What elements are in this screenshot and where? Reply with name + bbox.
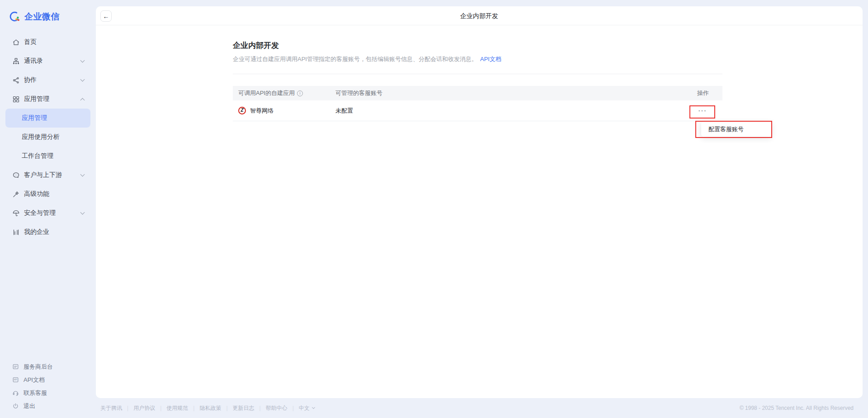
power-icon: [12, 403, 19, 409]
divider: [233, 74, 722, 74]
headset-icon: [12, 390, 19, 396]
bar-chart-icon: [12, 228, 20, 236]
api-doc-icon: API: [12, 376, 19, 383]
apps-grid-icon: [12, 95, 20, 103]
footer-link-user-agreement[interactable]: 用户协议: [133, 404, 155, 412]
footer-separator: |: [193, 405, 194, 411]
brand-name: 企业微信: [24, 11, 60, 23]
brand: 企业微信: [9, 10, 60, 23]
sidebar-nav: 首页 通讯录 协作: [0, 33, 96, 242]
umbrella-icon: [12, 209, 20, 217]
sidebar-item-api-docs[interactable]: API API文档: [0, 373, 96, 386]
sidebar-item-customers[interactable]: 客户与上下游: [5, 166, 90, 185]
wework-logo-icon: [9, 10, 21, 23]
chevron-down-icon: [80, 58, 85, 63]
sidebar-item-advanced-features[interactable]: 高级功能: [5, 185, 90, 204]
chevron-down-icon: [312, 406, 315, 409]
collaboration-icon: [12, 76, 20, 84]
sidebar-item-home[interactable]: 首页: [5, 33, 90, 52]
page-description: 企业可通过自建应用调用API管理指定的客服账号，包括编辑账号信息、分配会话和收发…: [233, 55, 863, 63]
sidebar-item-label: 服务商后台: [24, 363, 53, 371]
info-icon: i: [297, 90, 303, 96]
dropdown-item-configure-kf-account[interactable]: 配置客服账号: [708, 125, 744, 133]
footer-separator: |: [226, 405, 227, 411]
chevron-down-icon: [80, 77, 85, 82]
sidebar-item-my-company[interactable]: 我的企业: [5, 223, 90, 242]
footer-separator: |: [259, 405, 261, 411]
sidebar-item-label: 联系客服: [24, 389, 47, 397]
footer-separator: |: [160, 405, 161, 411]
app-logo-icon: Z: [238, 107, 246, 114]
sidebar-item-label: API文档: [24, 376, 45, 384]
description-text: 企业可通过自建应用调用API管理指定的客服账号，包括编辑账号信息、分配会话和收发…: [233, 56, 477, 62]
page-footer: 关于腾讯 | 用户协议 | 使用规范 | 隐私政策 | 更新日志 | 帮助中心 …: [96, 398, 868, 418]
sidebar-item-label: 应用使用分析: [22, 133, 84, 141]
contacts-icon: [12, 57, 20, 65]
page-content: 企业内部开发 企业可通过自建应用调用API管理指定的客服账号，包括编辑账号信息、…: [96, 40, 863, 121]
main-panel: ← 企业内部开发 企业内部开发 企业可通过自建应用调用API管理指定的客服账号，…: [96, 6, 863, 398]
back-button[interactable]: ←: [100, 10, 112, 22]
sidebar-item-app-management[interactable]: 应用管理: [5, 90, 90, 109]
back-arrow-icon: ←: [103, 13, 109, 20]
copyright-text: © 1998 - 2025 Tencent Inc. All Rights Re…: [740, 405, 854, 411]
footer-separator: |: [127, 405, 128, 411]
table-header-row: 可调用API的自建应用 i 可管理的客服账号 操作: [233, 86, 722, 100]
sidebar-item-label: 首页: [24, 38, 84, 46]
footer-link-help-center[interactable]: 帮助中心: [266, 404, 288, 412]
sidebar-subitem-app-usage-analysis[interactable]: 应用使用分析: [5, 128, 90, 147]
sidebar-subitem-workbench-management[interactable]: 工作台管理: [5, 147, 90, 166]
sidebar-item-label: 我的企业: [24, 228, 84, 236]
sidebar-item-contact-support[interactable]: 联系客服: [0, 386, 96, 399]
table-row: Z 智尊网络 未配置: [233, 100, 722, 121]
sidebar-item-label: 工作台管理: [22, 152, 84, 160]
sidebar-item-label: 安全与管理: [24, 209, 81, 217]
sparkle-wand-icon: [12, 190, 20, 198]
sidebar-item-contacts[interactable]: 通讯录: [5, 52, 90, 71]
language-selector[interactable]: 中文: [299, 404, 315, 412]
sidebar-item-provider-console[interactable]: 服务商后台: [0, 360, 96, 373]
footer-link-privacy-policy[interactable]: 隐私政策: [199, 404, 221, 412]
more-actions-button[interactable]: ···: [698, 109, 707, 113]
app-cell: Z 智尊网络: [233, 107, 335, 115]
sidebar-item-label: 客户与上下游: [24, 171, 81, 179]
actions-dropdown: 配置客服账号: [701, 122, 771, 137]
customer-chat-icon: [12, 171, 20, 179]
chevron-up-icon: [80, 98, 85, 102]
column-header-kf-account: 可管理的客服账号: [335, 89, 673, 97]
sidebar-item-label: 应用管理: [22, 114, 84, 122]
column-header-app: 可调用API的自建应用 i: [233, 89, 335, 97]
app-root: 企业微信 首页 通讯录: [0, 0, 868, 418]
footer-link-about-tencent[interactable]: 关于腾讯: [100, 404, 122, 412]
sidebar: 企业微信 首页 通讯录: [0, 0, 96, 418]
page-header: ← 企业内部开发: [96, 6, 863, 25]
sidebar-footer: 服务商后台 API API文档: [0, 360, 96, 413]
sidebar-item-label: 应用管理: [24, 95, 81, 103]
footer-link-changelog[interactable]: 更新日志: [233, 404, 255, 412]
page-header-title: 企业内部开发: [96, 6, 863, 25]
sidebar-item-label: 协作: [24, 76, 81, 84]
svg-text:API: API: [14, 379, 17, 381]
column-header-label: 可调用API的自建应用: [238, 89, 295, 97]
sidebar-item-security-management[interactable]: 安全与管理: [5, 204, 90, 223]
footer-separator: |: [292, 405, 294, 411]
kf-account-status: 未配置: [335, 107, 673, 115]
language-label: 中文: [299, 404, 310, 412]
home-icon: [12, 38, 20, 46]
chevron-down-icon: [80, 210, 85, 215]
sidebar-item-label: 高级功能: [24, 190, 84, 198]
console-window-icon: [12, 363, 19, 370]
api-doc-link[interactable]: API文档: [480, 56, 501, 62]
sidebar-item-collaboration[interactable]: 协作: [5, 71, 90, 90]
sidebar-item-label: 退出: [24, 402, 35, 410]
footer-link-usage-rules[interactable]: 使用规范: [166, 404, 188, 412]
column-header-actions: 操作: [673, 89, 722, 97]
chevron-down-icon: [80, 172, 85, 177]
sidebar-item-label: 通讯录: [24, 57, 81, 65]
app-name: 智尊网络: [250, 107, 274, 115]
page-title: 企业内部开发: [233, 40, 863, 51]
annotation-box-more: ···: [689, 105, 715, 119]
sidebar-subitem-app-management[interactable]: 应用管理: [5, 109, 90, 128]
sidebar-item-logout[interactable]: 退出: [0, 399, 96, 413]
app-table: 可调用API的自建应用 i 可管理的客服账号 操作 Z 智尊网络 未配置 ···: [233, 86, 722, 121]
